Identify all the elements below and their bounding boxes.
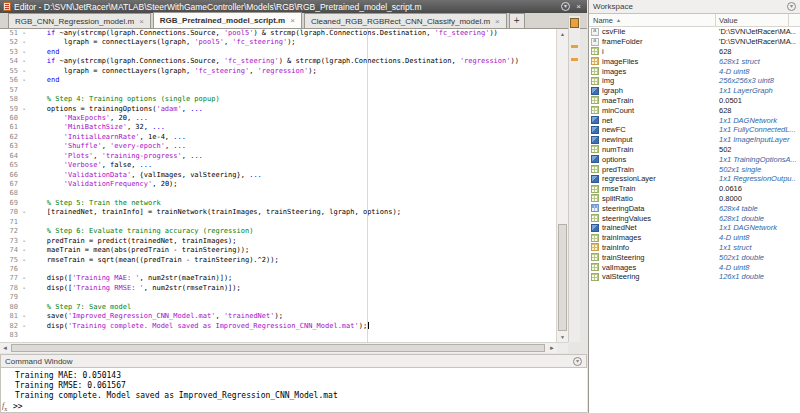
code-line[interactable]: 54- if ~any(strcmp(lgraph.Connections.So… <box>0 57 556 66</box>
editor-tab[interactable]: RGB_Pretrained_model_script.m× <box>153 12 302 28</box>
code-line[interactable]: 67 'ValidationFrequency', 20); <box>0 180 556 189</box>
code-line[interactable]: 62 'InitialLearnRate', 1e-4, ... <box>0 133 556 142</box>
code-line[interactable]: 75- rmseTrain = sqrt(mean((predTrain - t… <box>0 256 556 265</box>
editor-horizontal-scrollbar[interactable]: ◄ ► <box>0 342 568 353</box>
warning-tick[interactable] <box>571 58 578 61</box>
vertical-scroll-thumb[interactable] <box>558 224 567 331</box>
breakpoint-dash[interactable]: - <box>18 237 30 246</box>
breakpoint-dash[interactable]: - <box>18 256 30 265</box>
code-line[interactable]: 64 'Plots', 'training-progress', ... <box>0 152 556 161</box>
code-line[interactable]: 61 'MiniBatchSize', 32, ... <box>0 123 556 132</box>
variable-row[interactable]: numTrain502 <box>589 145 800 155</box>
variable-row[interactable]: csvFile'D:\SVN\JetRacer\MA... <box>589 27 800 37</box>
column-header-value[interactable]: Value <box>716 14 789 26</box>
code-line[interactable]: 70- [trainedNet, trainInfo] = trainNetwo… <box>0 208 556 217</box>
code-line[interactable]: 53- end <box>0 48 556 57</box>
scroll-left-icon[interactable]: ◄ <box>0 343 10 353</box>
variable-row[interactable]: lgraph1x1 LayerGraph <box>589 86 800 96</box>
editor-close-icon[interactable]: × <box>573 2 584 12</box>
variable-row[interactable]: newInput1x1 ImageInputLayer <box>589 135 800 145</box>
breakpoint-dash[interactable] <box>18 161 30 170</box>
variable-row[interactable]: trainedNet1x1 DAGNetwork <box>589 223 800 233</box>
tab-close-icon[interactable]: × <box>290 16 295 25</box>
variable-row[interactable]: trainImages4-D uint8 <box>589 233 800 243</box>
warning-tick[interactable] <box>571 45 578 48</box>
code-analyzer-indicator[interactable] <box>570 18 579 28</box>
code-line[interactable]: 57 <box>0 86 556 95</box>
code-line[interactable]: 60 'MaxEpochs', 20, ... <box>0 114 556 123</box>
variable-row[interactable]: i628 <box>589 47 800 57</box>
code-line[interactable]: 63 'Shuffle', 'every-epoch', ... <box>0 142 556 151</box>
breakpoint-dash[interactable] <box>18 199 30 208</box>
variable-row[interactable]: steeringData628x4 table <box>589 203 800 213</box>
breakpoint-dash[interactable] <box>18 189 30 198</box>
code-line[interactable]: 83 <box>0 331 556 340</box>
workspace-menu-icon[interactable]: ▾ <box>787 2 796 11</box>
variable-row[interactable]: img256x256x3 uint8 <box>589 76 800 86</box>
variable-row[interactable]: options1x1 TrainingOptionsA... <box>589 154 800 164</box>
code-line[interactable]: 68 <box>0 189 556 198</box>
breakpoint-dash[interactable]: - <box>18 246 30 255</box>
variable-row[interactable]: steeringValues628x1 double <box>589 213 800 223</box>
command-prompt[interactable]: >> <box>13 402 23 412</box>
editor-panel-menu-icon[interactable]: ▾ <box>561 2 570 11</box>
breakpoint-dash[interactable]: - <box>18 76 30 85</box>
variable-row[interactable]: imageFiles628x1 struct <box>589 56 800 66</box>
variable-row[interactable]: trainSteering502x1 double <box>589 252 800 262</box>
variable-row[interactable]: rmseTrain0.0616 <box>589 184 800 194</box>
command-window-menu-icon[interactable]: ▾ <box>573 357 582 366</box>
command-window-body[interactable]: Training MAE: 0.050143Training RMSE: 0.0… <box>0 368 587 413</box>
code-line[interactable]: 51- if ~any(strcmp(lgraph.Connections.So… <box>0 29 556 38</box>
breakpoint-dash[interactable]: - <box>18 105 30 114</box>
code-line[interactable]: 78- disp(['Training RMSE: ', num2str(rms… <box>0 284 556 293</box>
code-line[interactable]: 56- end <box>0 76 556 85</box>
breakpoint-dash[interactable]: - <box>18 274 30 283</box>
column-header-name[interactable]: Name ▲ <box>589 14 716 26</box>
breakpoint-dash[interactable]: - <box>18 312 30 321</box>
scroll-right-icon[interactable]: ► <box>547 343 557 353</box>
code-editor[interactable]: 51- if ~any(strcmp(lgraph.Connections.So… <box>0 29 556 342</box>
breakpoint-dash[interactable] <box>18 114 30 123</box>
code-line[interactable]: 81- save('Improved_Regression_CNN_Model.… <box>0 312 556 321</box>
code-line[interactable]: 76 <box>0 265 556 274</box>
code-line[interactable]: 52- lgraph = connectLayers(lgraph, 'pool… <box>0 38 556 47</box>
code-line[interactable]: 55- lgraph = connectLayers(lgraph, 'fc_s… <box>0 67 556 76</box>
code-line[interactable]: 69 % Step 5: Train the network <box>0 199 556 208</box>
code-line[interactable]: 73- predTrain = predict(trainedNet, trai… <box>0 237 556 246</box>
variable-row[interactable]: newFC1x1 FullyConnectedL... <box>589 125 800 135</box>
breakpoint-dash[interactable] <box>18 227 30 236</box>
code-line[interactable]: 74- maeTrain = mean(abs(predTrain - trai… <box>0 246 556 255</box>
code-line[interactable]: 79 <box>0 293 556 302</box>
variable-row[interactable]: predTrain502x1 single <box>589 164 800 174</box>
variable-row[interactable]: frameFolder'D:\SVN\JetRacer\MA... <box>589 37 800 47</box>
breakpoint-dash[interactable]: - <box>18 208 30 217</box>
code-line[interactable]: 65 'Verbose', false, ... <box>0 161 556 170</box>
breakpoint-dash[interactable] <box>18 171 30 180</box>
variable-row[interactable]: net1x1 DAGNetwork <box>589 115 800 125</box>
variable-row[interactable]: valSteering126x1 double <box>589 272 800 282</box>
scroll-up-icon[interactable]: ▲ <box>557 29 568 39</box>
editor-vertical-scrollbar[interactable]: ▲ ▼ <box>556 29 568 342</box>
code-line[interactable]: 82- disp('Training complete. Model saved… <box>0 322 556 331</box>
editor-tab[interactable]: Cleaned_RGB_RGBRect_CNN_Classify_model.m… <box>304 13 507 28</box>
breakpoint-dash[interactable]: - <box>18 57 30 66</box>
code-line[interactable]: 59- options = trainingOptions('adam', ..… <box>0 105 556 114</box>
breakpoint-dash[interactable] <box>18 180 30 189</box>
tab-close-icon[interactable]: × <box>495 17 500 26</box>
scroll-down-icon[interactable]: ▼ <box>557 332 568 342</box>
code-line[interactable]: 58 % Step 4: Training options (single po… <box>0 95 556 104</box>
new-tab-button[interactable]: + <box>509 13 525 28</box>
breakpoint-dash[interactable] <box>18 95 30 104</box>
breakpoint-dash[interactable] <box>18 133 30 142</box>
code-line[interactable]: 71 <box>0 218 556 227</box>
breakpoint-dash[interactable]: - <box>18 48 30 57</box>
tab-close-icon[interactable]: × <box>139 17 144 26</box>
variable-row[interactable]: regressionLayer1x1 RegressionOutpu... <box>589 174 800 184</box>
code-line[interactable]: 72 % Step 6: Evaluate training accuracy … <box>0 227 556 236</box>
breakpoint-dash[interactable] <box>18 218 30 227</box>
editor-tab[interactable]: RGB_CNN_Regression_model.m× <box>8 13 151 28</box>
breakpoint-dash[interactable] <box>18 265 30 274</box>
breakpoint-dash[interactable] <box>18 152 30 161</box>
breakpoint-dash[interactable]: - <box>18 322 30 331</box>
breakpoint-dash[interactable]: - <box>18 284 30 293</box>
